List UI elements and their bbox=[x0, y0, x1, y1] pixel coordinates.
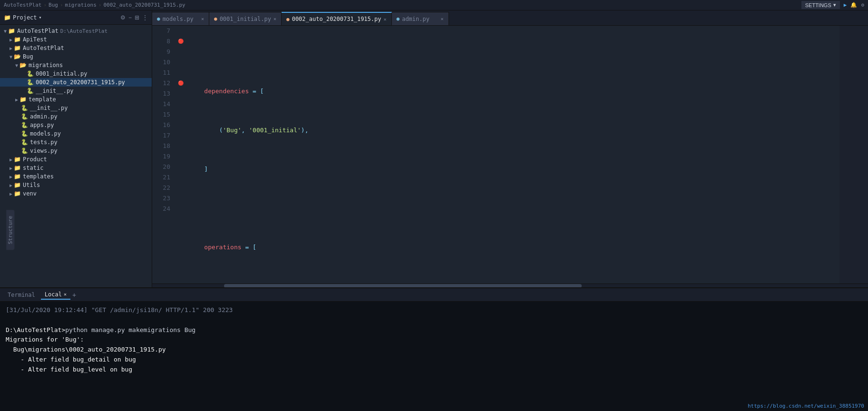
terminal-add-button[interactable]: + bbox=[72, 291, 76, 299]
code-container[interactable]: 7 8 9 10 11 12 13 14 15 16 17 18 19 20 2… bbox=[152, 26, 868, 284]
code-line-13: migrations.AlterField( bbox=[189, 281, 836, 284]
sidebar-item-autotestplat[interactable]: ▶ 📁 AutoTestPlat bbox=[0, 44, 152, 52]
code-editor[interactable]: dependencies = [ ('Bug', '0001_initial')… bbox=[185, 26, 839, 284]
menu-icon[interactable]: ⋮ bbox=[142, 14, 148, 21]
tab-admin-close[interactable]: ✕ bbox=[441, 16, 444, 21]
root-folder-icon: 📁 bbox=[8, 28, 15, 34]
folder-icon: 📁 bbox=[14, 36, 21, 43]
sidebar-item-template[interactable]: ▶ 📁 template bbox=[0, 95, 152, 104]
local-tab-close[interactable]: ✕ bbox=[64, 292, 67, 297]
tab-admin-label: admin.py bbox=[402, 16, 429, 22]
utils-folder-icon: 📁 bbox=[14, 182, 21, 188]
structure-tab[interactable]: Structure bbox=[6, 210, 14, 250]
tab-models-label: models.py bbox=[163, 16, 194, 22]
sidebar-item-apitest[interactable]: ▶ 📁 ApiTest bbox=[0, 35, 152, 44]
top-bar: AutoTestPlat › Bug › migrations › 0002_a… bbox=[0, 0, 868, 10]
settings-label: SETTINGS bbox=[805, 2, 831, 8]
tree-root[interactable]: ▼ 📁 AutoTestPlat D:\AutoTestPlat bbox=[0, 27, 152, 35]
breadcrumb: AutoTestPlat › Bug › migrations › 0002_a… bbox=[4, 2, 185, 8]
breadcrumb-item-3: migrations bbox=[65, 2, 97, 8]
code-line-9: ('Bug', '0001_initial'), bbox=[189, 125, 836, 136]
py-file-icon-8: 🐍 bbox=[21, 139, 28, 146]
sidebar-item-migrations[interactable]: ▼ 📂 migrations bbox=[0, 61, 152, 69]
py-file-icon-5: 🐍 bbox=[21, 113, 28, 120]
sidebar-item-templates[interactable]: ▶ 📁 templates bbox=[0, 172, 152, 181]
terminal-area: Terminal Local ✕ + [31/Jul/2020 19:12:44… bbox=[0, 287, 868, 411]
top-bar-right: SETTINGS ▾ ▶ 🔔 ⚙ bbox=[801, 1, 864, 9]
tab-0002[interactable]: ● 0002_auto_20200731_1915.py ✕ bbox=[282, 12, 392, 25]
sidebar-item-init-bug[interactable]: 🐍 __init__.py bbox=[0, 87, 152, 95]
sidebar-item-models[interactable]: 🐍 models.py bbox=[0, 129, 152, 138]
terminal-content: [31/Jul/2020 19:12:44] "GET /admin/jsi18… bbox=[0, 302, 868, 411]
sidebar-icons: ⚙ − ⊞ ⋮ bbox=[120, 14, 148, 21]
tab-models[interactable]: ● models.py ✕ bbox=[152, 12, 209, 25]
terminal-tab-label: Terminal bbox=[8, 292, 35, 298]
bottom-link-text: https://blog.csdn.net/weixin_38851970 bbox=[748, 403, 864, 409]
expand-icon[interactable]: ⊞ bbox=[135, 14, 139, 21]
sidebar-item-apps[interactable]: 🐍 apps.py bbox=[0, 121, 152, 129]
tab-admin[interactable]: ● admin.py ✕ bbox=[392, 12, 449, 25]
chevron-down-icon: ▾ bbox=[39, 15, 42, 20]
tab-0001-close[interactable]: ✕ bbox=[273, 16, 276, 21]
sidebar-item-static[interactable]: ▶ 📁 static bbox=[0, 164, 152, 172]
py-file-icon-6: 🐍 bbox=[21, 122, 28, 128]
py-file-icon-2: 🐍 bbox=[27, 79, 34, 86]
sidebar-item-0001[interactable]: 🐍 0001_initial.py bbox=[0, 69, 152, 78]
settings-cog-icon[interactable]: ⚙ bbox=[120, 14, 126, 21]
sidebar-item-admin[interactable]: 🐍 admin.py bbox=[0, 112, 152, 121]
settings-button[interactable]: SETTINGS ▾ bbox=[801, 1, 840, 9]
h-scrollbar[interactable] bbox=[152, 284, 868, 287]
tab-0001[interactable]: ● 0001_initial.py ✕ bbox=[209, 12, 282, 25]
sidebar-header: 📁 Project ▾ ⚙ − ⊞ ⋮ bbox=[0, 10, 152, 25]
tab-admin-icon: ● bbox=[397, 16, 400, 22]
tab-0002-close[interactable]: ✕ bbox=[384, 17, 387, 22]
breadcrumb-item-4: 0002_auto_20200731_1915.py bbox=[103, 2, 185, 8]
sidebar-tree: ▼ 📁 AutoTestPlat D:\AutoTestPlat ▶ 📁 Api… bbox=[0, 25, 152, 287]
terminal-line-alter1: - Alter field bug_detail on bug bbox=[6, 355, 862, 365]
sidebar-item-views[interactable]: 🐍 views.py bbox=[0, 147, 152, 155]
bug-folder-icon: 📂 bbox=[14, 53, 21, 60]
gutter-marker-8: 🔴 bbox=[177, 36, 185, 47]
minimap bbox=[839, 26, 868, 284]
minimize-icon[interactable]: − bbox=[128, 14, 132, 21]
bell-icon[interactable]: 🔔 bbox=[850, 2, 857, 8]
bottom-link[interactable]: https://blog.csdn.net/weixin_38851970 bbox=[748, 403, 864, 409]
sidebar: 📁 Project ▾ ⚙ − ⊞ ⋮ ▼ 📁 AutoTestPlat D:\… bbox=[0, 10, 152, 287]
py-file-icon-4: 🐍 bbox=[21, 105, 28, 111]
terminal-tabs: Terminal Local ✕ + bbox=[0, 288, 868, 302]
templates-folder-icon: 📁 bbox=[14, 173, 21, 180]
structure-label: Structure bbox=[7, 216, 13, 245]
terminal-line-blank bbox=[6, 315, 862, 325]
sidebar-item-init-main[interactable]: 🐍 __init__.py bbox=[0, 104, 152, 112]
terminal-line-migrations: Migrations for 'Bug': bbox=[6, 335, 862, 345]
main-area: 📁 Project ▾ ⚙ − ⊞ ⋮ ▼ 📁 AutoTestPlat D:\… bbox=[0, 10, 868, 287]
sidebar-item-product[interactable]: ▶ 📁 Product bbox=[0, 155, 152, 164]
code-line-11 bbox=[189, 203, 836, 214]
py-file-icon-7: 🐍 bbox=[21, 130, 28, 137]
gutter-marker-12: 🔴 bbox=[177, 78, 185, 88]
gear-icon[interactable]: ⚙ bbox=[861, 2, 864, 8]
terminal-line-1: [31/Jul/2020 19:12:44] "GET /admin/jsi18… bbox=[6, 305, 862, 315]
py-file-icon-3: 🐍 bbox=[27, 88, 34, 94]
template-folder-icon: 📁 bbox=[20, 96, 27, 103]
project-label: 📁 Project ▾ bbox=[4, 14, 42, 21]
tab-models-close[interactable]: ✕ bbox=[201, 16, 204, 21]
tab-0002-icon: ● bbox=[286, 16, 290, 22]
run-icon[interactable]: ▶ bbox=[844, 2, 847, 8]
terminal-line-cmd: D:\AutoTestPlat>python manage.py makemig… bbox=[6, 325, 862, 335]
sidebar-item-tests[interactable]: 🐍 tests.py bbox=[0, 138, 152, 147]
terminal-tab-local[interactable]: Local ✕ bbox=[41, 290, 70, 300]
code-line-12: operations = [ bbox=[189, 242, 836, 253]
sidebar-item-0002[interactable]: 🐍 0002_auto_20200731_1915.py bbox=[0, 78, 152, 87]
sidebar-item-venv[interactable]: ▶ 📁 venv bbox=[0, 189, 152, 198]
sidebar-item-utils[interactable]: ▶ 📁 Utils bbox=[0, 181, 152, 189]
folder-icon: 📁 bbox=[4, 14, 11, 21]
gutter-column: 🔴 🔴 bbox=[176, 26, 185, 284]
sidebar-item-bug[interactable]: ▼ 📂 Bug bbox=[0, 52, 152, 61]
project-name: Project bbox=[13, 14, 37, 21]
breadcrumb-item-1: AutoTestPlat bbox=[4, 2, 41, 8]
chevron-down-icon: ▾ bbox=[833, 2, 836, 8]
tab-0001-icon: ● bbox=[214, 16, 217, 22]
venv-folder-icon: 📁 bbox=[14, 190, 21, 197]
terminal-tab-terminal[interactable]: Terminal bbox=[4, 291, 39, 299]
